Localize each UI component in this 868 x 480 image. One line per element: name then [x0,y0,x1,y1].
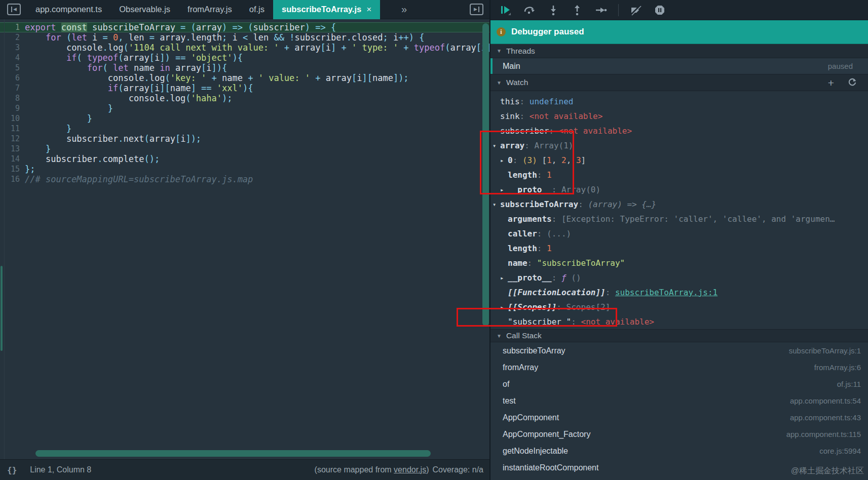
watch-expressions-list: this: undefinedsink: <not available>subs… [490,91,868,329]
info-icon: i [497,27,506,36]
expander-down-icon[interactable]: ▾ [493,142,500,149]
code-line: 4 if( typeof(array[i]) == 'object'){ [0,53,489,63]
editor-left-strip [0,19,5,459]
resume-icon[interactable] [499,4,512,17]
call-stack-list: subscribeToArraysubscribeToArray.js:1fro… [490,342,868,480]
refresh-watch-icon[interactable] [848,78,857,87]
stack-frame-fromArray[interactable]: fromArrayfromArray.js:6 [490,359,868,376]
function-location-link[interactable]: subscribeToArray.js:1 [615,288,718,297]
tab-subscribeToArray.js[interactable]: subscribeToArray.js× [273,0,380,19]
watch-row[interactable]: ▸__proto__: Array(0) [490,182,868,197]
close-tab-icon[interactable]: × [366,5,371,15]
stack-frame-AppComponent[interactable]: AppComponentapp.component.ts:43 [490,409,868,426]
debugger-pane: i Debugger paused ▼ Threads Main paused … [489,0,868,480]
debugger-paused-banner: i Debugger paused [490,20,868,44]
left-edge-scrollbar[interactable] [1,266,3,351]
stack-frame-subscribeToArray[interactable]: subscribeToArraysubscribeToArray.js:1 [490,342,868,359]
deactivate-breakpoints-icon[interactable] [629,4,643,17]
expander-right-icon[interactable]: ▸ [500,186,508,193]
source-mapped-text: (source mapped from vendor.js) [315,465,429,474]
code-line: 1export const subscribeToArray = (array)… [0,22,489,32]
code-line: 5 for( let name in array[i]){ [0,63,489,73]
watch-row[interactable]: "subscriber ": <not available> [490,314,868,329]
pretty-print-icon[interactable]: {} [7,465,17,475]
step-icon[interactable] [594,4,608,17]
code-lines: 1export const subscribeToArray = (array)… [0,19,489,184]
watch-row[interactable]: ▸__proto__: ƒ () [490,270,868,285]
expander-right-icon[interactable]: ▸ [500,304,508,311]
code-line: 14 subscriber.complete(); [0,154,489,164]
add-watch-icon[interactable]: + [828,77,834,88]
code-line: 6 console.log('key: ' + name + ' value: … [0,73,489,83]
watch-row[interactable]: length: 1 [490,168,868,182]
code-line: 2 for (let i = 0, len = array.length; i … [0,32,489,43]
step-over-icon[interactable] [523,4,536,17]
code-line: 13 } [0,144,489,154]
code-line: 15}; [0,164,489,174]
tab-overflow-chevron[interactable]: » [401,4,407,15]
code-line: 9 } [0,103,489,113]
editor-statusbar: {} Line 1, Column 8 (source mapped from … [0,459,489,480]
watch-row[interactable]: sink: <not available> [490,109,868,124]
step-out-icon[interactable] [571,4,584,17]
watch-row[interactable]: ▾array: Array(1) [490,138,868,153]
code-line: 12 subscriber.next(array[i]); [0,134,489,144]
collapse-triangle-icon: ▼ [497,80,502,86]
watch-row[interactable]: name: "subscribeToArray" [490,256,868,270]
step-into-icon[interactable] [547,4,560,17]
watch-row[interactable]: ▸0: (3) [1, 2, 3] [490,153,868,168]
code-line: 16//# sourceMappingURL=subscribeToArray.… [0,174,489,184]
stack-frame-of[interactable]: ofof.js:11 [490,376,868,392]
code-line: 11 } [0,124,489,134]
banner-text: Debugger paused [511,27,584,37]
tab-fromArray.js[interactable]: fromArray.js [179,0,241,19]
stack-frame-instantiateRootComponent[interactable]: instantiateRootComponent [490,459,868,476]
watch-section-header[interactable]: ▼ Watch + [490,74,868,91]
call-stack-section-header[interactable]: ▼ Call Stack [490,329,868,342]
tab-list: app.component.tsObservable.jsfromArray.j… [27,0,380,19]
code-line: 7 if(array[i][name] == 'xxl'){ [0,83,489,93]
vendor-js-link[interactable]: vendor.js [394,465,426,474]
expander-right-icon[interactable]: ▸ [500,274,508,282]
coverage-status: Coverage: n/a [432,465,483,474]
code-line: 3 console.log('1104 call next with value… [0,43,489,53]
watch-row[interactable]: ▾subscribeToArray: (array) => {…} [490,197,868,212]
cursor-position: Line 1, Column 8 [30,465,91,474]
stack-frame-getNodeInjectable[interactable]: getNodeInjectablecore.js:5994 [490,443,868,459]
panel-toggle-icon[interactable]: ▶ [470,4,483,15]
collapse-triangle-icon: ▼ [497,333,502,339]
tab-Observable.js[interactable]: Observable.js [110,0,179,19]
code-line: 10 } [0,113,489,124]
debugger-toolbar [490,0,868,20]
horizontal-scrollbar[interactable] [35,450,431,457]
code-line: 8 console.log('haha'); [0,93,489,103]
watch-row[interactable]: arguments: [Exception: TypeError: 'calle… [490,212,868,226]
thread-row-main[interactable]: Main paused [490,58,868,74]
watch-row[interactable]: [[FunctionLocation]]: subscribeToArray.j… [490,285,868,300]
devtools-sources-panel: ◀ app.component.tsObservable.jsfromArray… [0,0,868,480]
editor-tabbar: ◀ app.component.tsObservable.jsfromArray… [0,0,489,19]
stack-frame-test[interactable]: testapp.component.ts:54 [490,392,868,409]
tab-of.js[interactable]: of.js [241,0,273,19]
code-editor: 1export const subscribeToArray = (array)… [0,19,489,459]
collapse-triangle-icon: ▼ [497,48,502,54]
watch-row[interactable]: length: 1 [490,241,868,256]
editor-vertical-scrollbar[interactable] [482,23,489,326]
toolbar-separator [618,4,619,16]
watch-row[interactable]: this: undefined [490,94,868,109]
expander-down-icon[interactable]: ▾ [493,201,500,208]
thread-paused-badge: paused [828,62,868,70]
collapse-sidebar-icon[interactable]: ◀ [7,4,21,15]
tab-app.component.ts[interactable]: app.component.ts [27,0,110,19]
expander-right-icon[interactable]: ▸ [500,157,508,164]
watch-row[interactable]: ▸[[Scopes]]: Scopes[2] [490,300,868,314]
pause-on-exceptions-icon[interactable] [653,4,666,17]
watch-row[interactable]: subscriber: <not available> [490,124,868,138]
stack-frame-AppComponent_Factory[interactable]: AppComponent_Factoryapp.component.ts:115 [490,426,868,443]
threads-section-header[interactable]: ▼ Threads [490,44,868,58]
watch-row[interactable]: caller: (...) [490,226,868,241]
editor-pane: ◀ app.component.tsObservable.jsfromArray… [0,0,489,480]
